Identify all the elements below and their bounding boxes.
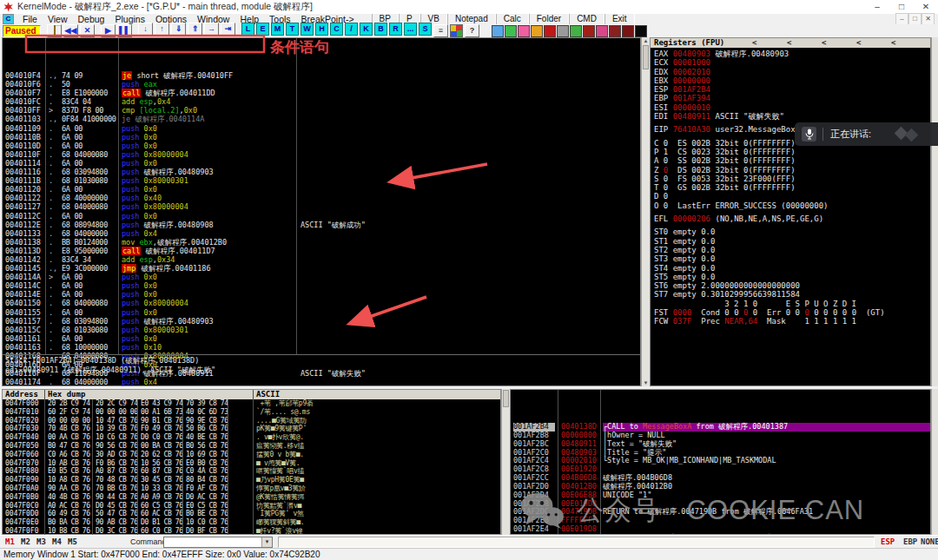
unfold-button[interactable]: < xyxy=(856,38,861,48)
close-program-button[interactable]: ✕ xyxy=(80,24,95,37)
disasm-row[interactable]: 00401145.,E9 3C000000jmp 破解程序.00401186 xyxy=(3,264,640,273)
step-button-0[interactable]: ↓ xyxy=(138,23,153,36)
list-icon[interactable]: ≡ xyxy=(433,24,448,37)
pane-button-M[interactable]: M xyxy=(271,23,284,36)
dump-row[interactable]: 0047F01060 2F C9 7400 00 00 0000 A1 6B 7… xyxy=(3,408,500,417)
dump-row[interactable]: 0047F09010 A8 CB 7670 48 CB 7630 45 CB 7… xyxy=(3,476,500,484)
disasm-row[interactable]: 004010FC.83C4 04add esp,0x4 xyxy=(3,97,640,106)
pane-button-S[interactable]: S xyxy=(419,23,432,36)
disasm-row[interactable]: 00401103.,0F84 41000000je 破解程序.0040114A xyxy=(3,115,640,123)
step-button-4[interactable]: → xyxy=(204,23,219,36)
register-line[interactable]: ST3 empty 0.0 xyxy=(654,254,930,263)
disasm-row[interactable]: 00401122.68 40000000push 0x40 xyxy=(3,194,640,202)
memory-tab-m5[interactable]: M5 xyxy=(68,537,77,546)
disasm-row[interactable]: 0040115C.68 01030080push 0x80000301 xyxy=(3,326,640,334)
register-line[interactable]: EFL 00000206 (NO,NB,NE,A,NS,PE,GE,G) xyxy=(654,214,930,223)
pane-button-K[interactable]: K xyxy=(360,23,373,36)
menu-item-file[interactable]: File xyxy=(17,14,43,24)
plugin-icon-6[interactable] xyxy=(570,25,582,37)
register-line[interactable]: ST5 empty 0.0 xyxy=(654,273,930,281)
register-line[interactable]: EDX 00002010 xyxy=(654,68,930,76)
disasm-row[interactable]: 00401114.6A 00push 0x0 xyxy=(3,159,640,168)
close-icon[interactable]: ✕ xyxy=(914,0,938,14)
disasm-row[interactable]: 00401120.6A 00push 0x0 xyxy=(3,185,640,194)
plugin-icon-7[interactable] xyxy=(583,25,595,37)
disasm-row[interactable]: 0040110F.68 04000080push 0x80000004 xyxy=(3,150,640,159)
pane-button-W[interactable]: W xyxy=(301,23,314,36)
maximize-icon[interactable]: □ xyxy=(889,0,914,14)
menu-item-view[interactable]: View xyxy=(43,14,73,24)
pane-button-T[interactable]: T xyxy=(286,23,299,36)
plugin-icon-9[interactable] xyxy=(609,25,621,37)
plugin-icon-11[interactable] xyxy=(635,25,647,37)
dump-row[interactable]: 0047F03070 4B CB 7610 39 CB 76F0 49 CB 7… xyxy=(3,425,500,433)
quick-button-cmd[interactable]: CMD xyxy=(569,14,604,24)
disasm-row[interactable]: 0040111B.68 01030080push 0x80000301 xyxy=(3,176,640,185)
register-line[interactable]: ST6 empty 2.0000000000000000000 xyxy=(654,281,930,290)
register-line[interactable]: O 0 LastErr ERROR_SUCCESS (00000000) xyxy=(654,201,930,210)
scrollbar-thumb[interactable] xyxy=(503,390,509,407)
unfold-button[interactable]: < xyxy=(891,38,895,48)
disasm-row[interactable]: 0040110D.6A 00push 0x0 xyxy=(3,142,640,150)
disasm-row[interactable]: 004010F7.E8 E1000000call 破解程序.004011DD xyxy=(3,89,640,97)
indicator-ebp[interactable]: EBP xyxy=(903,537,917,546)
disassembly-scrollbar[interactable]: ▲ ▼ xyxy=(641,37,650,386)
disasm-row[interactable]: 00401138.BB B0124000mov ebx,破解程序.004012B… xyxy=(3,238,640,247)
disasm-row[interactable]: 004010FF>837D F8 00cmp [local.2],0x0 xyxy=(3,106,640,115)
disasm-row[interactable]: 0040114E.6A 00push 0x0 xyxy=(3,290,640,299)
dump-row[interactable]: 0047F0A090 AA CB 7670 BB CB 7610 33 CB 7… xyxy=(3,484,500,493)
register-line[interactable]: EBX 00000000 xyxy=(654,76,930,85)
pane-button-R[interactable]: R xyxy=(389,23,402,36)
unfold-button[interactable]: < xyxy=(822,38,826,48)
memory-tab-m4[interactable]: M4 xyxy=(52,537,62,546)
plugin-icon-3[interactable] xyxy=(531,25,543,37)
pane-button-E[interactable]: E xyxy=(256,23,269,36)
disasm-row[interactable]: 0040114C.6A 00push 0x0 xyxy=(3,281,640,290)
pane-button-C[interactable]: C xyxy=(330,23,343,36)
pane-button-B[interactable]: B xyxy=(374,23,387,36)
disasm-row[interactable]: 00401109.6A 00push 0x0 xyxy=(3,124,640,133)
dump-row[interactable]: 0047F050B0 47 CB 7690 56 CB 7600 BA CB 7… xyxy=(3,442,500,451)
register-line[interactable]: Z 0 DS 002B 32bit 0(FFFFFFFF) xyxy=(654,166,930,175)
register-line[interactable]: EDI 00480911 ASCII "破解失败" xyxy=(654,112,930,121)
unfold-button[interactable]: < xyxy=(752,38,756,48)
restart-button[interactable]: ◀◀ xyxy=(63,24,78,37)
quick-button-notepad[interactable]: Notepad xyxy=(447,14,496,24)
step-button-5[interactable]: ⇥ xyxy=(221,23,235,36)
dump-row[interactable]: 0047F07010 AB CB 76F0 B6 CB 7610 56 CB 7… xyxy=(3,459,500,468)
dump-row[interactable]: 0047F00020 2B C9 7420 2C C9 74E0 43 C9 7… xyxy=(3,399,500,408)
register-line[interactable]: ESP 001AF2B4 xyxy=(654,85,930,94)
disasm-row[interactable]: 0040110B.6A 00push 0x0 xyxy=(3,133,640,142)
mdi-minimize-icon[interactable]: – xyxy=(895,13,908,25)
plugin-icon-5[interactable] xyxy=(557,25,569,37)
dump-scrollbar[interactable] xyxy=(501,389,510,535)
dump-row[interactable]: 0047F04000 AA CB 7610 C6 CB 76D0 C0 CB 7… xyxy=(3,433,500,442)
dump-row[interactable]: 0047F0E0B0 BA CB 7690 AB CB 76D0 B1 CB 7… xyxy=(3,518,500,527)
disasm-row[interactable]: 00401157.68 03094800push 破解程序.00480903 xyxy=(3,317,640,326)
scroll-down-icon[interactable]: ▼ xyxy=(642,379,650,386)
disasm-row[interactable]: 00401155.6A 00push 0x0 xyxy=(3,308,640,317)
register-line[interactable]: A 0 SS 002B 32bit 0(FFFFFFFF) xyxy=(654,156,930,165)
step-button-1[interactable]: ↑ xyxy=(155,23,169,36)
register-line[interactable]: ST7 empty 0.3010299956639811584 xyxy=(654,290,930,299)
step-button-3[interactable]: ⇑ xyxy=(188,23,202,36)
plugin-icon-4[interactable] xyxy=(544,25,556,37)
register-line[interactable]: EBP 001AF394 xyxy=(654,94,930,102)
register-line[interactable]: P 1 CS 0023 32bit 0(FFFFFFFF) xyxy=(654,148,930,156)
chevron-down-icon[interactable]: ▼ xyxy=(261,537,272,547)
register-line[interactable]: ST1 empty 0.0 xyxy=(654,237,930,246)
register-line[interactable]: ECX 00001000 xyxy=(654,58,930,67)
registers-scrollbar[interactable] xyxy=(931,37,938,386)
plugin-icon-0[interactable] xyxy=(492,25,504,37)
disasm-row[interactable]: 00401116.68 03094800push 破解程序.00480903 xyxy=(3,168,640,176)
disasm-row[interactable]: 0040114A>6A 00push 0x0 xyxy=(3,273,640,281)
disasm-row[interactable]: 004010F4.,74 09je short 破解程序.004010FF xyxy=(3,71,640,80)
indicator-esp[interactable]: ESP xyxy=(881,537,895,546)
plugin-icon-10[interactable] xyxy=(622,25,634,37)
dump-row[interactable]: 0047F060C0 A6 CB 7630 AD CB 7620 62 CB 7… xyxy=(3,451,500,459)
scroll-up-icon[interactable]: ▲ xyxy=(642,37,650,44)
memory-tab-m3[interactable]: M3 xyxy=(36,537,46,546)
register-line[interactable]: 3 2 1 0 E S P U O Z D I xyxy=(654,300,930,308)
plugin-icon-2[interactable] xyxy=(518,25,530,37)
scrollbar-thumb[interactable] xyxy=(643,45,649,69)
